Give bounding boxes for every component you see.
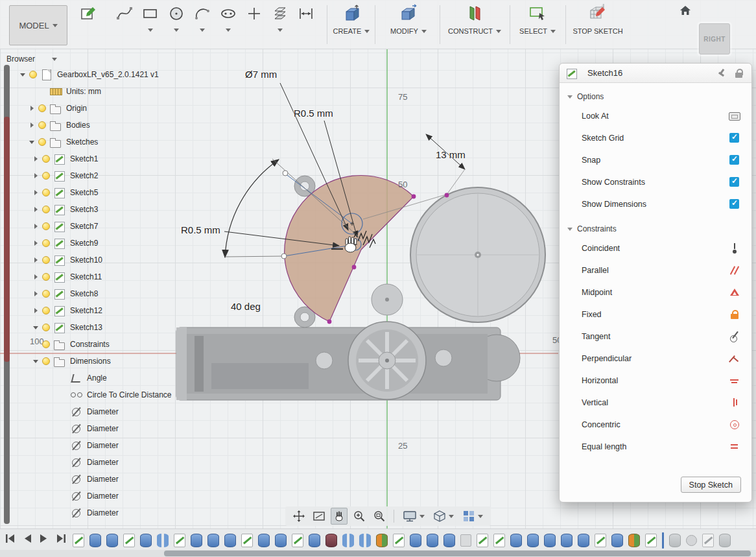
tree-item-label[interactable]: Diameter xyxy=(87,508,119,517)
visibility-bulb-icon[interactable] xyxy=(42,273,50,281)
visibility-bulb-icon[interactable] xyxy=(42,206,50,213)
browser-collapse-chevron[interactable] xyxy=(52,58,57,61)
offset-dropdown-chevron[interactable] xyxy=(278,29,283,32)
tree-item-label[interactable]: Angle xyxy=(87,373,107,383)
browser-tree-row[interactable]: Bodies xyxy=(16,117,178,134)
visibility-bulb-icon[interactable] xyxy=(42,340,50,348)
visual-style-dropdown[interactable] xyxy=(431,510,456,523)
option-control[interactable] xyxy=(728,154,741,167)
step-back-button[interactable] xyxy=(23,534,32,543)
browser-tree-row[interactable]: Sketch13 xyxy=(16,319,178,336)
workspace-selector[interactable]: MODEL xyxy=(9,5,67,45)
slot-dropdown-chevron[interactable] xyxy=(226,29,231,32)
tool-rectangle[interactable] xyxy=(137,1,163,32)
timeline-scrollbar-track[interactable] xyxy=(0,550,756,557)
expand-arrow-icon[interactable] xyxy=(32,206,40,213)
timeline-feature-icon[interactable] xyxy=(578,534,589,547)
grid-layout-dropdown[interactable] xyxy=(460,510,486,523)
tree-item-label[interactable]: Sketches xyxy=(66,137,98,147)
timeline-feature-icon[interactable] xyxy=(719,534,731,547)
timeline-scrollbar-thumb[interactable] xyxy=(164,551,751,556)
expand-arrow-icon[interactable] xyxy=(29,139,36,146)
palette-header[interactable]: Sketch16 xyxy=(560,64,751,83)
section-collapse-chevron[interactable] xyxy=(567,228,573,231)
tree-item-label[interactable]: GearboxLR_v65_2.0.1421 v1 xyxy=(57,70,159,79)
timeline-feature-icon[interactable] xyxy=(292,534,303,547)
expand-arrow-icon[interactable] xyxy=(29,122,36,129)
tree-item-label[interactable]: Diameter xyxy=(87,475,119,484)
visibility-bulb-icon[interactable] xyxy=(42,357,50,365)
expand-arrow-icon[interactable] xyxy=(32,240,40,247)
constraint-icon[interactable] xyxy=(728,242,741,255)
pin-icon[interactable] xyxy=(716,67,728,79)
zoom-window-button[interactable] xyxy=(371,508,388,525)
select-menu[interactable]: SELECT xyxy=(511,1,564,35)
browser-tree-row[interactable]: Dimensions xyxy=(16,353,178,370)
tool-slot[interactable] xyxy=(215,1,241,32)
viewcube-face-label[interactable]: RIGHT xyxy=(703,36,726,43)
tree-item-label[interactable]: Diameter xyxy=(87,424,119,433)
timeline-feature-icon[interactable] xyxy=(477,534,488,547)
tool-offset[interactable] xyxy=(267,1,293,32)
create-menu[interactable]: CREATE xyxy=(328,1,375,35)
constraint-row[interactable]: Tangent xyxy=(560,326,751,348)
option-row[interactable]: Show Constraints xyxy=(560,171,751,193)
constraint-row[interactable]: Fixed xyxy=(560,303,751,326)
browser-tree-row[interactable]: Diameter xyxy=(16,454,178,471)
timeline-feature-icon[interactable] xyxy=(359,534,371,547)
constraint-icon[interactable] xyxy=(728,352,741,365)
tree-item-label[interactable]: Sketch10 xyxy=(70,255,102,265)
pan-button[interactable] xyxy=(290,508,307,525)
browser-tree-row[interactable]: Diameter xyxy=(16,488,178,504)
expand-arrow-icon[interactable] xyxy=(19,71,27,78)
tree-item-label[interactable]: Dimensions xyxy=(70,357,111,366)
expand-arrow-icon[interactable] xyxy=(32,274,40,281)
dimension-label-diameter7[interactable]: Ø7 mm xyxy=(245,69,277,80)
option-control[interactable] xyxy=(728,110,741,123)
tree-item-label[interactable]: Sketch7 xyxy=(70,222,98,231)
constraint-row[interactable]: Coincident xyxy=(560,237,751,259)
browser-tree-row[interactable]: Diameter xyxy=(16,471,178,488)
constraint-icon[interactable] xyxy=(728,440,741,453)
arc-dropdown-chevron[interactable] xyxy=(200,29,205,32)
expand-arrow-icon[interactable] xyxy=(32,257,40,264)
timeline-feature-icon[interactable] xyxy=(662,532,664,549)
visibility-bulb-icon[interactable] xyxy=(42,155,50,163)
expand-arrow-icon[interactable] xyxy=(32,358,40,365)
expand-arrow-icon[interactable] xyxy=(32,223,40,230)
browser-tree-row[interactable]: Sketch12 xyxy=(16,302,178,319)
timeline-feature-icon[interactable] xyxy=(645,534,657,547)
tree-item-label[interactable]: Sketch2 xyxy=(70,171,98,180)
visibility-bulb-icon[interactable] xyxy=(38,121,46,129)
constraints-section-header[interactable]: Constraints xyxy=(560,215,751,237)
tool-create-sketch[interactable] xyxy=(75,1,101,32)
timeline-feature-icon[interactable] xyxy=(628,534,640,547)
visibility-bulb-icon[interactable] xyxy=(42,307,50,314)
browser-tree-row[interactable]: Sketch1 xyxy=(16,150,178,167)
visibility-bulb-icon[interactable] xyxy=(42,290,50,298)
expand-arrow-icon[interactable] xyxy=(32,307,40,314)
visibility-bulb-icon[interactable] xyxy=(38,138,46,146)
constraint-icon[interactable] xyxy=(728,264,741,277)
timeline-feature-icon[interactable] xyxy=(493,534,505,547)
display-settings-dropdown[interactable] xyxy=(400,510,427,523)
browser-tree-row[interactable]: Angle xyxy=(16,370,178,386)
visibility-bulb-icon[interactable] xyxy=(42,256,50,264)
dimension-label-40deg[interactable]: 40 deg xyxy=(231,301,261,312)
viewcube[interactable]: RIGHT xyxy=(699,23,730,54)
browser-tree-row[interactable]: Sketch7 xyxy=(16,218,178,235)
constraint-row[interactable]: Parallel xyxy=(560,259,751,281)
timeline-feature-icon[interactable] xyxy=(595,534,606,547)
browser-tree-row[interactable]: Origin xyxy=(16,100,178,117)
browser-tree-row[interactable]: Sketch8 xyxy=(16,285,178,302)
constraint-icon[interactable] xyxy=(728,286,741,299)
section-collapse-chevron[interactable] xyxy=(567,95,573,99)
modify-menu[interactable]: MODIFY xyxy=(377,1,440,35)
tree-item-label[interactable]: Sketch1 xyxy=(70,154,98,163)
pan-hand-button[interactable] xyxy=(331,508,348,525)
timeline-feature-icon[interactable] xyxy=(106,534,118,547)
constraint-icon[interactable] xyxy=(728,374,741,387)
browser-tree-row[interactable]: Circle To Circle Distance xyxy=(16,386,178,403)
timeline-feature-icon[interactable] xyxy=(275,534,287,547)
visibility-bulb-icon[interactable] xyxy=(42,222,50,230)
